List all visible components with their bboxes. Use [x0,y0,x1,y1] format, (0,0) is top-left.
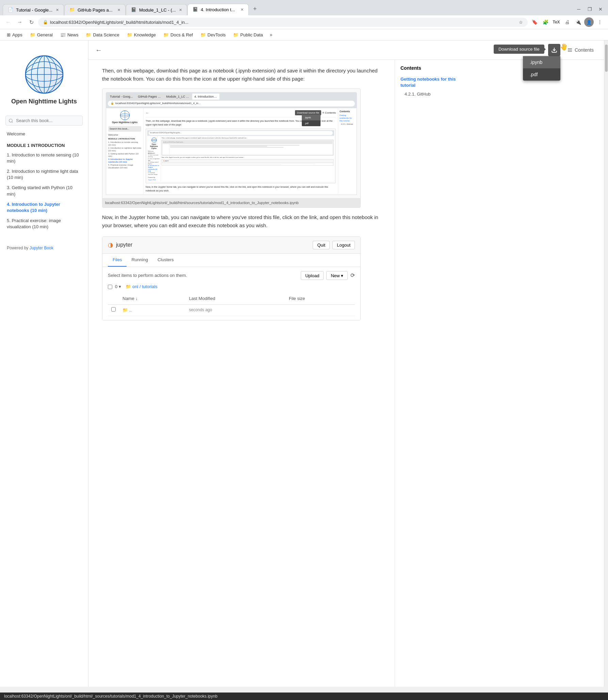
bookmark-apps[interactable]: ⊞ Apps [3,31,26,39]
scrollbar-track[interactable] [604,40,608,687]
content-toolbar: ← Download source file [88,40,604,60]
mini-ipynb-option: .ipynb [302,115,321,120]
contents-item-1[interactable]: Getting notebooks for this tutorial [400,75,464,90]
tab-2-close[interactable]: ✕ [117,8,120,12]
jupyter-refresh-button[interactable]: ⟳ [350,271,355,280]
jupyter-tab-clusters[interactable]: Clusters [153,254,179,267]
content-with-panel: Then, on this webpage, download this pag… [88,60,604,687]
jupyter-name-col-header[interactable]: Name ↓ [119,293,185,304]
reload-button[interactable]: ↻ [27,17,36,27]
nested-jupyter-header: ◑ jupyter [162,160,333,163]
mini-nav-1: 1. Introduction to remote sensing (10 mi… [108,141,141,147]
restore-button[interactable]: ❐ [585,4,594,14]
data-science-folder-icon: 📁 [86,32,91,37]
sidebar-item-2[interactable]: 2. Introduction to nighttime light data … [0,166,88,183]
minimize-button[interactable]: ─ [574,4,584,14]
more-menu-button[interactable]: ⋮ [595,17,605,27]
nested-nested-screenshot: localhost:63342/OpenNightLights... [162,140,333,155]
nested-footer: Powered by Jupyter Book [148,177,160,181]
jupyter-row-checkbox[interactable] [111,307,116,312]
jupyter-tab-files[interactable]: Files [108,254,127,267]
content-paragraph-1: Then, on this webpage, download this pag… [102,67,381,83]
nested-jupyter: ◑ jupyter [162,159,333,165]
user-avatar[interactable]: 👤 [584,17,594,27]
jupyter-table-header: Name ↓ Last Modified File size [108,293,355,304]
jupyter-size-col-header[interactable]: File size [285,293,355,304]
forward-button[interactable]: → [15,17,24,27]
contents-item-2[interactable]: 4.2.1. GitHub [400,90,464,99]
jupyter-book-link[interactable]: Jupyter Book [30,246,53,250]
search-input[interactable] [5,116,83,126]
download-ipynb-option[interactable]: .ipynb [523,56,560,68]
contents-list-icon [567,47,573,53]
bookmark-devtools[interactable]: 📁 DevTools [197,31,229,39]
jupyter-folder-icon-inline: 📁 [126,283,131,290]
sidebar-item-5[interactable]: 5. Practical exercise: image visualizati… [0,216,88,232]
back-button[interactable]: ← [3,17,13,27]
nested-item-5: 5. Practical exercise: image [148,172,160,175]
print-icon[interactable]: 🖨 [562,17,572,27]
download-button[interactable] [548,44,560,56]
tab-4[interactable]: 📓 4. Introduction t... ✕ [187,4,249,15]
sidebar-welcome[interactable]: Welcome [0,129,88,139]
tab-1[interactable]: 📄 Tutorial - Google... ✕ [3,4,64,15]
mini-browser-chrome: Tutorial - Goog... GitHub Pages a... Mod… [106,92,357,108]
docs-folder-icon: 📁 [163,32,169,37]
bookmark-news-label: News [67,32,79,37]
mini-nav-3: 3. Getting started with Python (10 min) [108,153,141,158]
mini-lock-icon: 🔒 [111,101,114,106]
jupyter-file-table: Name ↓ Last Modified File size 📁 [108,293,355,316]
bookmark-general[interactable]: 📁 General [27,31,56,39]
jupyter-row-name[interactable]: 📁 .. [119,304,185,316]
jupyter-upload-button[interactable]: Upload [301,271,324,280]
scrollbar-thumb[interactable] [605,45,608,72]
tab-3[interactable]: 📓 Module_1_LC - (... ✕ [126,4,187,15]
bookmark-data-science[interactable]: 📁 Data Science [82,31,122,39]
jupyter-breadcrumb-row: 0 ▾ 📁 onl / tutorials [108,283,355,290]
jupyter-quit-button[interactable]: Quit [313,241,330,249]
sidebar-item-3[interactable]: 3. Getting started with Python (10 min) [0,183,88,199]
skeleton-line-2 [170,146,267,147]
tex-icon[interactable]: TeX [552,17,561,27]
extension-icon[interactable]: 🧩 [541,17,550,27]
jupyter-select-all-checkbox[interactable] [108,285,112,289]
nested-nested-content [169,144,332,154]
bookmark-docs-ref[interactable]: 📁 Docs & Ref [160,31,196,39]
sidebar-item-1[interactable]: 1. Introduction to remote sensing (10 mi… [0,150,88,166]
mini-tab-3: Module_1_LC -... [164,94,191,100]
jupyter-logout-button[interactable]: Logout [332,241,355,249]
mini-logo-text: Open Nighttime Lights [112,120,137,124]
tab-4-close[interactable]: ✕ [241,7,244,12]
tab-3-close[interactable]: ✕ [179,8,182,12]
mini-tab-2: GitHub Pages a... [136,94,163,100]
back-arrow-button[interactable]: ← [95,46,102,54]
sidebar-item-4[interactable]: 4. Introduction to Jupyter notebooks (10… [0,199,88,216]
new-tab-button[interactable]: + [249,3,261,15]
mini-welcome: Welcome [108,133,141,137]
nested-layout: Open Nighttime Lights Welcome MODULE 1 1… [147,136,334,182]
mini-sidebar: Open Nighttime Lights Search this book..… [106,108,144,195]
close-window-button[interactable]: ✕ [596,4,605,14]
tab-1-close[interactable]: ✕ [56,8,59,12]
address-bar[interactable]: 🔒 localhost:63342/OpenNightLights/onl/_b… [38,18,528,27]
bookmark-news[interactable]: 📰 News [57,31,82,39]
download-pdf-option[interactable]: .pdf [523,68,560,81]
tab-2[interactable]: 📁 GitHub Pages a... ✕ [64,4,126,15]
bookmark-icon[interactable]: 🔖 [530,17,539,27]
jupyter-modified-col-header[interactable]: Last Modified [185,293,285,304]
puzzle-icon[interactable]: 🔌 [573,17,583,27]
star-icon[interactable]: ☆ [519,20,523,25]
jupyter-new-button[interactable]: New ▾ [326,271,348,280]
contents-toggle[interactable]: Contents [564,45,597,55]
bookmarks-more-button[interactable]: » [267,31,275,39]
jupyter-breadcrumb-link[interactable]: onl / tutorials [132,284,158,289]
jupyter-tab-running[interactable]: Running [127,254,152,267]
bookmark-knowledge[interactable]: 📁 Knowledge [124,31,159,39]
mini-logo-area: Open Nighttime Lights [108,110,141,124]
status-bar-url: localhost:63342/OpenNightLights/onl/_bui… [4,694,217,699]
bookmark-public-data[interactable]: 📁 Public Data [230,31,266,39]
nested-nav: Welcome MODULE 1 1. Intro to remote sens… [148,150,160,176]
mini-contents-title: Contents [340,110,355,113]
bookmark-public-data-label: Public Data [240,32,263,37]
nested-jupyter-icon: ◑ [163,160,164,162]
